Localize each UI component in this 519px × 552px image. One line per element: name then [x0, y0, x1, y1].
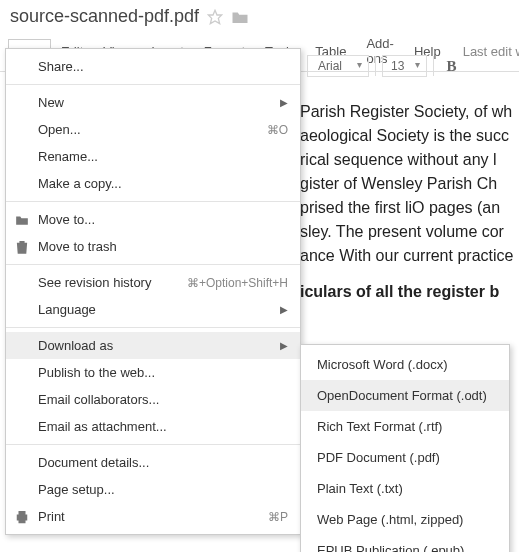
- menu-item-rename[interactable]: Rename...: [6, 143, 300, 170]
- submenu-item-epub[interactable]: EPUB Publication (.epub): [301, 535, 509, 552]
- menu-item-print[interactable]: Print⌘P: [6, 503, 300, 530]
- body-line: ance With our current practice: [300, 244, 519, 268]
- bold-button[interactable]: B: [440, 58, 462, 75]
- title-row: source-scanned-pdf.pdf: [0, 0, 519, 31]
- submenu-item-pdf[interactable]: PDF Document (.pdf): [301, 442, 509, 473]
- file-dropdown: Share... New▶ Open...⌘O Rename... Make a…: [5, 48, 301, 535]
- menu-item-move-to-trash[interactable]: Move to trash: [6, 233, 300, 260]
- menu-item-publish[interactable]: Publish to the web...: [6, 359, 300, 386]
- body-line: aeological Society is the succ: [300, 124, 519, 148]
- menu-divider: [6, 444, 300, 445]
- menu-item-label: Move to trash: [38, 239, 117, 254]
- menu-item-label: Move to...: [38, 212, 95, 227]
- menu-item-label: Email as attachment...: [38, 419, 167, 434]
- svg-marker-0: [208, 10, 221, 23]
- document-title[interactable]: source-scanned-pdf.pdf: [10, 6, 199, 27]
- menu-item-label: Page setup...: [38, 482, 115, 497]
- menu-divider: [6, 84, 300, 85]
- body-line: rical sequence without any l: [300, 148, 519, 172]
- toolbar-separator: [433, 56, 434, 76]
- print-icon: [14, 509, 30, 525]
- menu-item-email-collaborators[interactable]: Email collaborators...: [6, 386, 300, 413]
- menu-divider: [6, 201, 300, 202]
- menu-item-label: Email collaborators...: [38, 392, 159, 407]
- menu-item-label: Print: [38, 509, 65, 524]
- menu-item-label: Download as: [38, 338, 113, 353]
- body-line: sley. The present volume cor: [300, 220, 519, 244]
- font-size-select[interactable]: 13: [382, 55, 427, 77]
- menu-item-language[interactable]: Language▶: [6, 296, 300, 323]
- body-line: prised the first liO pages (an: [300, 196, 519, 220]
- trash-icon: [14, 239, 30, 255]
- toolbar-separator: [375, 56, 376, 76]
- toolbar: Arial 13 B: [300, 55, 462, 77]
- body-line: iculars of all the register b: [300, 280, 519, 304]
- menu-item-label: Open...: [38, 122, 81, 137]
- menu-item-revision-history[interactable]: See revision history⌘+Option+Shift+H: [6, 269, 300, 296]
- menu-item-page-setup[interactable]: Page setup...: [6, 476, 300, 503]
- menu-item-open[interactable]: Open...⌘O: [6, 116, 300, 143]
- download-as-submenu: Microsoft Word (.docx) OpenDocument Form…: [300, 344, 510, 552]
- menu-item-move-to[interactable]: Move to...: [6, 206, 300, 233]
- menu-item-label: Publish to the web...: [38, 365, 155, 380]
- document-body[interactable]: Parish Register Society, of wh aeologica…: [300, 100, 519, 304]
- menu-item-document-details[interactable]: Document details...: [6, 449, 300, 476]
- menu-item-label: Share...: [38, 59, 84, 74]
- last-edit-status[interactable]: Last edit was: [463, 39, 519, 64]
- menu-shortcut: ⌘P: [268, 510, 288, 524]
- menu-divider: [6, 264, 300, 265]
- submenu-item-html[interactable]: Web Page (.html, zipped): [301, 504, 509, 535]
- folder-icon: [14, 212, 30, 228]
- submenu-arrow-icon: ▶: [280, 304, 288, 315]
- menu-item-label: See revision history: [38, 275, 151, 290]
- submenu-arrow-icon: ▶: [280, 97, 288, 108]
- menu-item-share[interactable]: Share...: [6, 53, 300, 80]
- menu-item-new[interactable]: New▶: [6, 89, 300, 116]
- submenu-item-rtf[interactable]: Rich Text Format (.rtf): [301, 411, 509, 442]
- menu-item-label: Rename...: [38, 149, 98, 164]
- star-icon[interactable]: [207, 9, 223, 25]
- menu-shortcut: ⌘O: [267, 123, 288, 137]
- folder-icon[interactable]: [231, 9, 249, 25]
- body-line: gister of Wensley Parish Ch: [300, 172, 519, 196]
- menu-shortcut: ⌘+Option+Shift+H: [187, 276, 288, 290]
- font-family-select[interactable]: Arial: [307, 55, 369, 77]
- menu-divider: [6, 327, 300, 328]
- menu-item-make-copy[interactable]: Make a copy...: [6, 170, 300, 197]
- menu-item-label: Make a copy...: [38, 176, 122, 191]
- submenu-item-docx[interactable]: Microsoft Word (.docx): [301, 349, 509, 380]
- menu-item-label: New: [38, 95, 64, 110]
- submenu-item-odt[interactable]: OpenDocument Format (.odt): [301, 380, 509, 411]
- menu-item-label: Document details...: [38, 455, 149, 470]
- body-line: Parish Register Society, of wh: [300, 100, 519, 124]
- submenu-item-txt[interactable]: Plain Text (.txt): [301, 473, 509, 504]
- menu-item-label: Language: [38, 302, 96, 317]
- menu-item-download-as[interactable]: Download as▶: [6, 332, 300, 359]
- submenu-arrow-icon: ▶: [280, 340, 288, 351]
- menu-item-email-attachment[interactable]: Email as attachment...: [6, 413, 300, 440]
